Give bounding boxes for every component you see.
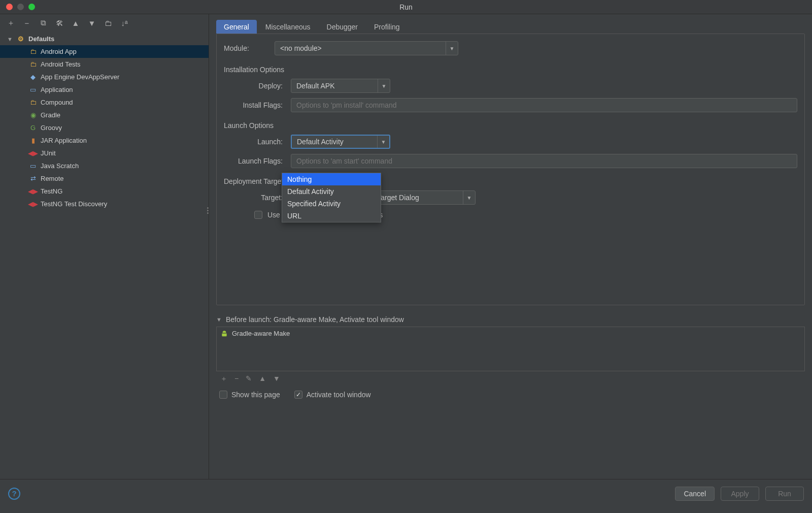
install-flags-label: Install Flags: (237, 101, 283, 109)
before-launch-item-label: Gradle-aware Make (232, 330, 290, 337)
tree-item-gradle[interactable]: ◉ Gradle (0, 109, 209, 121)
content-panel: General Miscellaneous Debugger Profiling… (209, 14, 812, 479)
tree-root-defaults[interactable]: ▼ ⚙ Defaults (0, 33, 209, 45)
launch-label: Launch: (237, 138, 283, 146)
tree-item-label: TestNG (41, 187, 62, 195)
tab-debugger[interactable]: Debugger (319, 20, 366, 34)
launch-combo[interactable]: Default Activity ▼ (291, 135, 390, 149)
tree-item-testng-discovery[interactable]: ◀▶ TestNG Test Discovery (0, 198, 209, 210)
footer: ? Cancel Apply Run (0, 479, 812, 507)
before-launch-item[interactable]: Gradle-aware Make (217, 327, 804, 340)
general-panel: Module: <no module> ▼ Installation Optio… (216, 34, 805, 305)
folder-icon[interactable]: 🗀 (104, 18, 113, 27)
groovy-icon: G (28, 123, 38, 133)
tree-item-label: Application (41, 86, 73, 93)
tab-profiling[interactable]: Profiling (366, 20, 408, 34)
dropdown-item-specified-activity[interactable]: Specified Activity (282, 198, 381, 210)
run-button[interactable]: Run (765, 487, 804, 501)
install-flags-input[interactable] (291, 98, 797, 112)
close-window-button[interactable] (6, 4, 13, 10)
tree-item-label: Android App (41, 48, 77, 55)
module-combo[interactable]: <no module> ▼ (275, 41, 458, 55)
dropdown-item-default-activity[interactable]: Default Activity (282, 185, 381, 198)
tree-item-compound[interactable]: 🗀 Compound (0, 96, 209, 109)
deploy-combo[interactable]: Default APK ▼ (291, 79, 390, 93)
tree-item-groovy[interactable]: G Groovy (0, 121, 209, 134)
tree-item-label: JUnit (41, 149, 56, 157)
dropdown-item-nothing[interactable]: Nothing (282, 173, 381, 185)
tree-item-application[interactable]: ▭ Application (0, 83, 209, 96)
tree-item-label: Compound (41, 99, 73, 106)
android-icon (221, 330, 228, 337)
deploy-value: Default APK (291, 82, 378, 90)
help-icon[interactable]: ? (8, 488, 20, 500)
tree-item-android-tests[interactable]: 🗀 Android Tests (0, 58, 209, 71)
dropdown-item-url[interactable]: URL (282, 210, 381, 222)
settings-icon[interactable]: 🛠 (55, 18, 64, 27)
cancel-button[interactable]: Cancel (675, 487, 715, 501)
window-title: Run (0, 3, 812, 11)
tree-root-label: Defaults (28, 35, 54, 43)
tree-item-label: Java Scratch (41, 162, 79, 170)
application-icon: ▭ (28, 85, 38, 94)
tree-item-remote[interactable]: ⇄ Remote (0, 172, 209, 185)
tree-item-testng[interactable]: ◀▶ TestNG (0, 185, 209, 198)
tree-item-junit[interactable]: ◀▶ JUnit (0, 147, 209, 159)
up-icon[interactable]: ▲ (71, 18, 80, 27)
tree-item-label: JAR Application (41, 137, 87, 144)
launch-flags-input[interactable] (291, 154, 797, 168)
chevron-down-icon: ▼ (446, 42, 458, 55)
launch-dropdown-list: Nothing Default Activity Specified Activ… (282, 173, 381, 222)
checkbox-icon (254, 211, 262, 219)
titlebar: Run (0, 0, 812, 14)
activate-window-label: Activate tool window (307, 391, 371, 399)
tree-item-appengine[interactable]: ◆ App Engine DevAppServer (0, 71, 209, 83)
sidebar-toolbar: ＋ − ⧉ 🛠 ▲ ▼ 🗀 ↓ª (0, 14, 209, 31)
testng-icon: ◀▶ (28, 200, 38, 209)
tree-item-label: Gradle (41, 111, 60, 119)
edit-icon[interactable]: ✎ (246, 374, 252, 383)
remove-icon[interactable]: − (234, 374, 239, 383)
add-icon[interactable]: ＋ (220, 374, 227, 383)
show-page-label: Show this page (231, 391, 280, 399)
testng-icon: ◀▶ (28, 187, 38, 196)
appengine-icon: ◆ (28, 73, 38, 82)
before-launch-toolbar: ＋ − ✎ ▲ ▼ (216, 371, 805, 387)
deploy-label: Deploy: (237, 82, 283, 90)
minimize-window-button[interactable] (17, 4, 24, 10)
tree-item-android-app[interactable]: 🗀 Android App (0, 45, 209, 58)
up-icon[interactable]: ▲ (259, 374, 266, 383)
tree-item-jar[interactable]: ▮ JAR Application (0, 134, 209, 147)
before-launch-label: Before launch: Gradle-aware Make, Activa… (226, 315, 404, 324)
show-page-checkbox[interactable]: Show this page (219, 391, 280, 399)
gear-icon: ⚙ (16, 35, 25, 44)
chevron-down-icon: ▼ (378, 79, 390, 92)
tree-item-label: TestNG Test Discovery (41, 200, 107, 208)
zoom-window-button[interactable] (28, 4, 35, 10)
tab-miscellaneous[interactable]: Miscellaneous (258, 20, 318, 34)
tree-item-label: Groovy (41, 124, 62, 132)
add-icon[interactable]: ＋ (6, 18, 15, 27)
caret-down-icon: ▼ (216, 316, 222, 323)
activate-tool-window-checkbox[interactable]: ✓ Activate tool window (294, 391, 371, 399)
checkbox-checked-icon: ✓ (294, 391, 302, 399)
copy-icon[interactable]: ⧉ (39, 18, 48, 27)
module-value: <no module> (275, 44, 446, 52)
before-launch-header[interactable]: ▼ Before launch: Gradle-aware Make, Acti… (216, 315, 805, 324)
installation-options-header: Installation Options (224, 66, 797, 74)
launch-value: Default Activity (292, 138, 377, 146)
apply-button[interactable]: Apply (721, 487, 759, 501)
tree-item-label: Remote (41, 175, 64, 182)
tree-item-label: Android Tests (41, 60, 81, 68)
sort-icon[interactable]: ↓ª (120, 18, 129, 27)
tree-item-java-scratch[interactable]: ▭ Java Scratch (0, 159, 209, 172)
window-controls (0, 4, 35, 10)
module-label: Module: (224, 44, 264, 52)
configurations-tree: ▼ ⚙ Defaults 🗀 Android App 🗀 Android Tes… (0, 31, 209, 479)
remove-icon[interactable]: − (22, 18, 31, 27)
down-icon[interactable]: ▼ (273, 374, 280, 383)
splitter-handle[interactable] (207, 207, 211, 217)
down-icon[interactable]: ▼ (87, 18, 96, 27)
tab-general[interactable]: General (216, 20, 257, 34)
tabs: General Miscellaneous Debugger Profiling (216, 18, 805, 34)
